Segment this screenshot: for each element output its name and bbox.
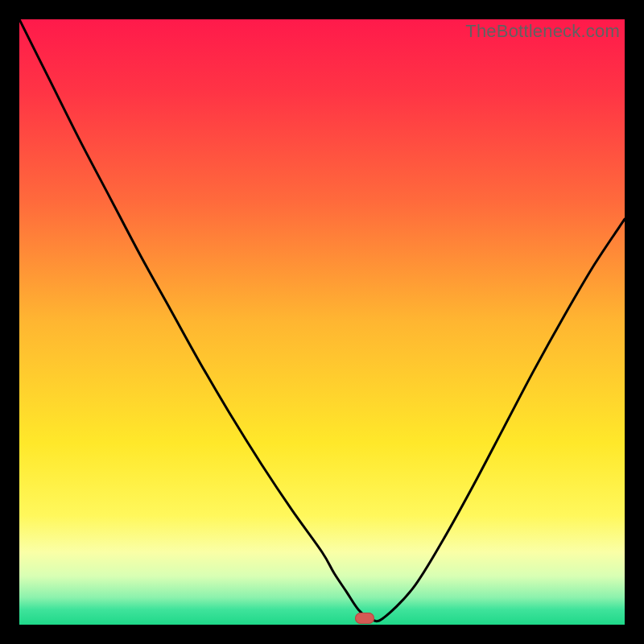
plot-area: TheBottleneck.com (19, 19, 625, 625)
watermark-text: TheBottleneck.com (465, 21, 620, 42)
optimal-point-marker (355, 613, 374, 624)
chart-frame: TheBottleneck.com (0, 0, 644, 644)
gradient-background (19, 19, 625, 625)
chart-canvas (19, 19, 625, 625)
